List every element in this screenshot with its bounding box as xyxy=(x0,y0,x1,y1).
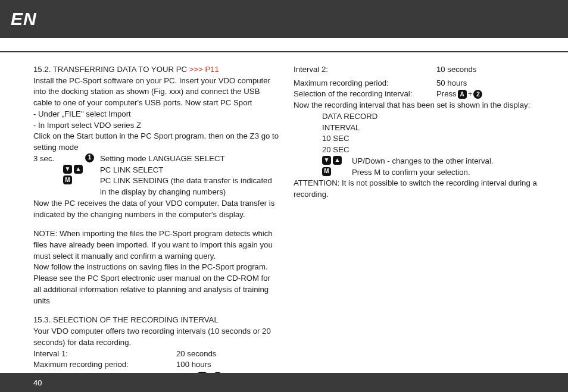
press-label-2: Press xyxy=(436,89,457,100)
max1-label: Maximum recording period: xyxy=(33,359,176,371)
left-column: 15.2. TRANSFERRING DATA TO YOUR PC >>> P… xyxy=(33,64,279,359)
display-line-3: 10 SEC xyxy=(322,133,539,145)
up-icon: ▲ xyxy=(74,165,83,174)
interval1-row: Interval 1: 20 seconds xyxy=(33,349,279,360)
max1-row: Maximum recording period: 100 hours xyxy=(33,359,279,371)
selection2-row: Selection of the recording interval: Pre… xyxy=(294,89,539,100)
display-line-2: INTERVAL xyxy=(322,123,539,134)
pressm-icons: M xyxy=(322,167,346,176)
interval2-row: Interval 2: 10 seconds xyxy=(294,64,539,76)
one-icon: 1 xyxy=(85,153,94,162)
now-set-paragraph: Now the recording interval that has been… xyxy=(294,100,539,111)
page-root: EN 15.2. TRANSFERRING DATA TO YOUR PC >>… xyxy=(0,0,568,392)
language-label: EN xyxy=(11,9,37,29)
m-icon-2: M xyxy=(322,167,331,176)
title-ref: >>> P11 xyxy=(189,65,219,74)
display-line-4: 20 SEC xyxy=(322,145,539,156)
updown-icons: ▼ ▲ xyxy=(322,156,346,165)
max2-label: Maximum recording period: xyxy=(294,78,436,89)
updown-row: ▼ ▲ UP/Down - changes to the other inter… xyxy=(322,156,539,167)
note-paragraph: NOTE: When importing the files the PC-Sp… xyxy=(33,228,279,262)
display-block: DATA RECORD INTERVAL 10 SEC 20 SEC xyxy=(322,111,539,156)
step-row-1: 3 sec. 1 Setting mode LANGUAGE SELECT xyxy=(33,153,279,165)
max2-value: 50 hours xyxy=(436,78,539,89)
interval1-label: Interval 1: xyxy=(33,349,176,360)
title-text: 15.2. TRANSFERRING DATA TO YOUR PC xyxy=(33,65,189,74)
up-icon-2: ▲ xyxy=(333,156,342,165)
step-desc-1: Setting mode LANGUAGE SELECT xyxy=(100,153,279,165)
max2-row: Maximum recording period: 50 hours xyxy=(294,78,539,89)
intervals-intro: Your VDO computer offers two recording i… xyxy=(33,326,279,348)
step-row-3: M PC LINK SENDING (the data transfer is … xyxy=(33,175,279,197)
a-icon-2: A xyxy=(458,90,467,99)
section-15-2-title: 15.2. TRANSFERRING DATA TO YOUR PC >>> P… xyxy=(33,64,279,76)
step-desc-3: PC LINK SENDING (the data transfer is in… xyxy=(100,175,279,197)
down-icon: ▼ xyxy=(63,165,72,174)
content-area: 15.2. TRANSFERRING DATA TO YOUR PC >>> P… xyxy=(33,64,539,359)
pressm-row: M Press M to confirm your selection. xyxy=(322,167,539,178)
m-icon: M xyxy=(63,175,72,184)
start-button-paragraph: Click on the Start button in the PC Spor… xyxy=(33,131,279,153)
bullet-vdo-series: - In Import select VDO series Z xyxy=(33,120,279,131)
interval1-value: 20 seconds xyxy=(176,349,279,360)
footer-bar: 40 xyxy=(0,373,568,392)
updown-desc: UP/Down - changes to the other interval. xyxy=(352,156,539,167)
interval2-value: 10 seconds xyxy=(436,64,539,76)
step-3sec-label: 3 sec. xyxy=(33,153,54,165)
plus-label-2: + xyxy=(468,89,473,100)
right-column: Interval 2: 10 seconds Maximum recording… xyxy=(294,64,539,359)
step-left-3: M xyxy=(33,175,94,184)
install-paragraph: Install the PC-Sport software on your PC… xyxy=(33,76,279,109)
step-desc-2: PC LINK SELECT xyxy=(100,165,279,176)
two-icon-2: 2 xyxy=(473,90,482,99)
bullet-file-import: - Under „FILE" select Import xyxy=(33,109,279,120)
page-number: 40 xyxy=(33,378,42,387)
selection2-label: Selection of the recording interval: xyxy=(294,89,436,100)
interval2-label: Interval 2: xyxy=(294,64,436,76)
display-line-1: DATA RECORD xyxy=(322,111,539,123)
max1-value: 100 hours xyxy=(176,359,279,371)
header-bar: EN xyxy=(0,0,568,38)
attention-paragraph: ATTENTION: It is not possible to switch … xyxy=(294,178,539,200)
down-icon-2: ▼ xyxy=(322,156,331,165)
section-15-3-title: 15.3. SELECTION OF THE RECORDING INTERVA… xyxy=(33,315,279,326)
selection2-value: Press A + 2 xyxy=(436,89,539,100)
follow-instructions-paragraph: Now follow the instructions on saving fi… xyxy=(33,262,279,306)
step-left-2: ▼ ▲ xyxy=(33,165,94,174)
step-row-2: ▼ ▲ PC LINK SELECT xyxy=(33,165,279,176)
step-left-1: 3 sec. 1 xyxy=(33,153,94,165)
pc-receives-paragraph: Now the PC receives the data of your VDO… xyxy=(33,198,279,220)
pressm-desc: Press M to confirm your selection. xyxy=(352,167,539,178)
header-divider xyxy=(0,51,568,52)
